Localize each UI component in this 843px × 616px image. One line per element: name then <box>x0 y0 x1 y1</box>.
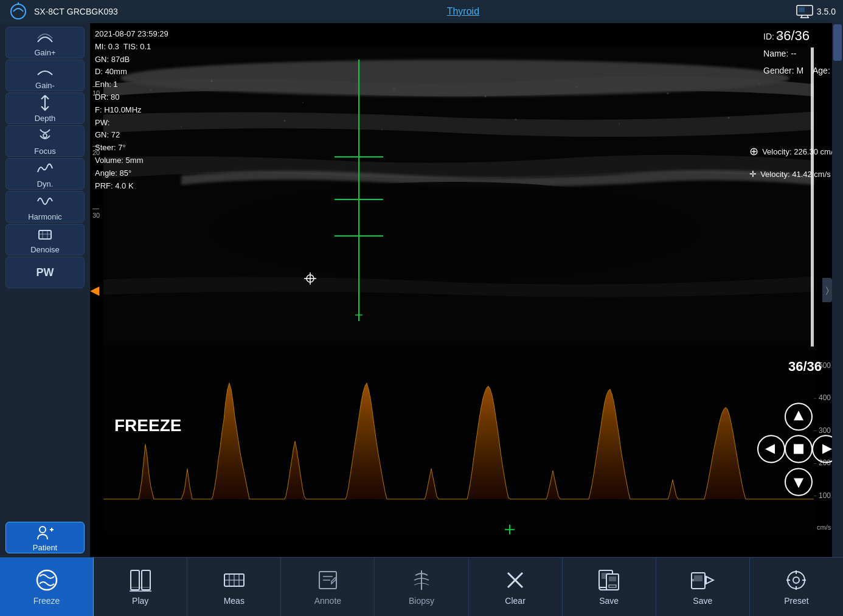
gain-plus-label: Gain+ <box>34 48 55 57</box>
sidebar-btn-dyn[interactable]: Dyn. <box>5 158 85 190</box>
annote-button[interactable]: Annote <box>281 558 375 617</box>
freeze-button[interactable]: Freeze <box>0 558 94 617</box>
svg-point-7 <box>43 134 47 137</box>
biopsy-label: Biopsy <box>409 596 434 606</box>
collapse-button[interactable]: 〉 <box>822 278 832 302</box>
clear-label: Clear <box>505 596 525 606</box>
gain-minus-label: Gain- <box>35 81 55 90</box>
biopsy-button[interactable]: Biopsy <box>375 558 468 617</box>
save-label-1: Save <box>599 596 619 606</box>
clear-button[interactable]: Clear <box>469 558 563 617</box>
sidebar-btn-denoise[interactable]: Denoise <box>5 224 85 255</box>
svg-rect-87 <box>692 579 694 581</box>
svg-rect-66 <box>142 570 150 590</box>
sidebar-btn-harmonic[interactable]: Harmonic <box>5 191 85 223</box>
save-image-button[interactable]: Save <box>563 558 656 617</box>
svg-point-64 <box>37 570 57 590</box>
dyn-label: Dyn. <box>37 179 54 189</box>
left-sidebar: Gain+ Gain- Depth Focus Dyn. <box>0 23 90 557</box>
sidebar-btn-focus[interactable]: Focus <box>5 125 85 157</box>
scroll-thumb[interactable] <box>833 24 842 61</box>
focus-label: Focus <box>34 147 55 156</box>
play-label: Play <box>132 596 148 606</box>
sidebar-btn-depth[interactable]: Depth <box>5 92 85 124</box>
scroll-bar[interactable] <box>832 23 843 557</box>
annote-label: Annote <box>314 596 341 606</box>
exam-type[interactable]: Thyroid <box>130 6 796 17</box>
monitor-icon <box>796 5 813 18</box>
save-label-2: Save <box>693 596 712 606</box>
device-name: SX-8CT <box>34 7 64 16</box>
denoise-label: Denoise <box>30 245 60 254</box>
harmonic-label: Harmonic <box>28 212 62 221</box>
meas-label: Meas <box>224 596 245 606</box>
header: SX-8CT GRCBGK093 Thyroid 3.5.0 <box>0 0 843 23</box>
left-depth-arrow: ◀ <box>90 283 99 297</box>
sidebar-btn-pw[interactable]: PW <box>5 257 85 288</box>
svg-rect-65 <box>131 570 139 590</box>
sidebar-btn-patient[interactable]: Patient <box>5 522 85 553</box>
svg-rect-85 <box>694 575 702 581</box>
probe-icon <box>7 2 29 21</box>
meas-button[interactable]: Meas <box>187 558 281 617</box>
preset-button[interactable]: Preset <box>750 558 843 617</box>
main-area: ◀ —10 —20 —30 2021-08-07 23:59:29 MI: 0.… <box>90 23 843 557</box>
sidebar-btn-gain-plus[interactable]: Gain+ <box>5 27 85 58</box>
save-video-button[interactable]: Save <box>656 558 750 617</box>
pw-label: PW <box>36 266 54 279</box>
bottom-toolbar: Freeze Play Meas Annote <box>0 557 843 616</box>
svg-marker-86 <box>706 576 713 584</box>
play-button[interactable]: Play <box>94 558 187 617</box>
preset-label: Preset <box>784 596 808 606</box>
svg-point-9 <box>40 527 46 533</box>
svg-rect-6 <box>799 7 805 12</box>
depth-label: Depth <box>35 114 56 123</box>
svg-rect-82 <box>609 576 616 581</box>
sidebar-btn-gain-minus[interactable]: Gain- <box>5 60 85 91</box>
svg-rect-8 <box>39 230 51 239</box>
svg-point-0 <box>11 4 26 19</box>
patient-label: Patient <box>33 543 57 552</box>
freeze-label: Freeze <box>33 596 60 606</box>
device-id: GRCBGK093 <box>67 7 118 16</box>
image-bg <box>90 23 843 557</box>
svg-point-89 <box>793 577 799 583</box>
svg-point-88 <box>788 572 805 589</box>
version: 3.5.0 <box>817 7 836 16</box>
